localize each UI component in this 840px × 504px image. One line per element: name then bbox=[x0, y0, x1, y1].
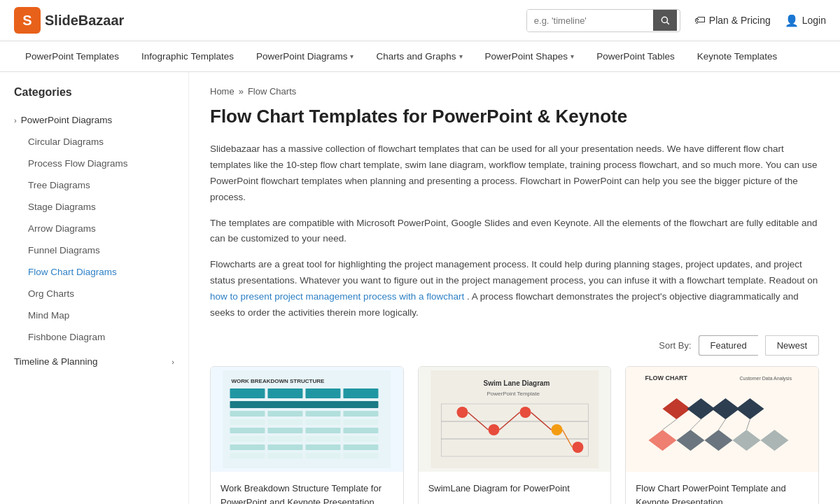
sidebar-subitem-process-flow[interactable]: Process Flow Diagrams bbox=[0, 153, 188, 174]
sidebar: Categories › PowerPoint Diagrams Circula… bbox=[0, 72, 189, 504]
svg-rect-30 bbox=[267, 453, 302, 458]
svg-text:WORK BREAKDOWN STRUCTURE: WORK BREAKDOWN STRUCTURE bbox=[231, 378, 325, 384]
svg-rect-31 bbox=[305, 453, 340, 458]
svg-rect-26 bbox=[267, 444, 302, 450]
description-3-link[interactable]: how to present project management proces… bbox=[210, 291, 464, 302]
svg-point-41 bbox=[519, 407, 531, 418]
svg-text:FLOW CHART: FLOW CHART bbox=[645, 374, 688, 382]
search-icon bbox=[660, 15, 670, 25]
svg-rect-25 bbox=[230, 444, 265, 450]
sidebar-subitem-mindmap[interactable]: Mind Map bbox=[0, 304, 188, 326]
flowchart-illustration: FLOW CHART Customer Data Analysis bbox=[631, 370, 813, 468]
description-2: The templates are compatible with Micros… bbox=[210, 216, 819, 248]
card-2-title: SwimLane Diagram for PowerPoint bbox=[428, 482, 601, 496]
chevron-down-icon: ▾ bbox=[350, 52, 354, 60]
card-3-body: Flow Chart PowerPoint Template and Keyno… bbox=[626, 472, 818, 504]
svg-rect-29 bbox=[230, 453, 265, 458]
card-1[interactable]: WORK BREAKDOWN STRUCTURE bbox=[210, 366, 404, 504]
search-input[interactable] bbox=[527, 10, 653, 31]
svg-point-43 bbox=[572, 442, 583, 453]
person-icon: 👤 bbox=[785, 14, 799, 27]
logo[interactable]: S SlideBazaar bbox=[14, 7, 124, 34]
header-nav: 🏷 Plan & Pricing 👤 Login bbox=[694, 14, 826, 27]
svg-rect-10 bbox=[267, 411, 302, 416]
svg-line-1 bbox=[666, 22, 668, 24]
cards-grid: WORK BREAKDOWN STRUCTURE bbox=[210, 366, 819, 504]
svg-rect-9 bbox=[230, 411, 265, 416]
nav-powerpoint-templates[interactable]: PowerPoint Templates bbox=[14, 41, 130, 71]
tag-icon: 🏷 bbox=[694, 14, 706, 27]
card-2-body: SwimLane Diagram for PowerPoint bbox=[419, 472, 611, 504]
svg-rect-7 bbox=[343, 388, 378, 398]
logo-text: SlideBazaar bbox=[45, 13, 124, 29]
svg-rect-48 bbox=[638, 370, 806, 468]
sort-featured-button[interactable]: Featured bbox=[699, 335, 758, 356]
nav-charts-graphs[interactable]: Charts and Graphs ▾ bbox=[365, 41, 473, 71]
chevron-down-icon: ▾ bbox=[459, 52, 463, 60]
card-2[interactable]: Swim Lane Diagram PowerPoint Template bbox=[418, 366, 612, 504]
nav-powerpoint-tables[interactable]: PowerPoint Tables bbox=[585, 41, 686, 71]
chevron-down-icon: ▾ bbox=[570, 52, 574, 60]
card-2-image: Swim Lane Diagram PowerPoint Template bbox=[419, 367, 611, 472]
svg-rect-4 bbox=[230, 388, 265, 398]
page-title: Flow Chart Templates for PowerPoint & Ke… bbox=[210, 105, 819, 129]
header: S SlideBazaar 🏷 Plan & Pricing 👤 Login bbox=[0, 0, 840, 41]
svg-rect-32 bbox=[343, 453, 378, 458]
logo-icon: S bbox=[14, 7, 41, 34]
svg-rect-17 bbox=[230, 428, 265, 433]
login-link[interactable]: 👤 Login bbox=[785, 14, 826, 27]
svg-rect-14 bbox=[267, 419, 302, 425]
svg-rect-13 bbox=[230, 419, 265, 425]
sidebar-subitem-stage[interactable]: Stage Diagrams bbox=[0, 196, 188, 218]
svg-rect-24 bbox=[343, 436, 378, 442]
nav-powerpoint-shapes[interactable]: PowerPoint Shapes ▾ bbox=[474, 41, 586, 71]
chevron-right-icon: › bbox=[14, 116, 17, 125]
card-3-image: FLOW CHART Customer Data Analysis bbox=[626, 367, 818, 472]
description-3: Flowcharts are a great tool for highligh… bbox=[210, 257, 819, 321]
sidebar-title: Categories bbox=[0, 86, 188, 109]
sort-bar: Sort By: Featured Newest bbox=[210, 335, 819, 356]
breadcrumb-home[interactable]: Home bbox=[210, 86, 234, 97]
sort-label: Sort By: bbox=[659, 340, 691, 351]
sidebar-subitem-arrow[interactable]: Arrow Diagrams bbox=[0, 218, 188, 239]
wbs-illustration: WORK BREAKDOWN STRUCTURE bbox=[216, 370, 398, 468]
svg-rect-23 bbox=[305, 436, 340, 442]
svg-rect-12 bbox=[343, 411, 378, 416]
sidebar-subitem-org[interactable]: Org Charts bbox=[0, 283, 188, 304]
svg-rect-27 bbox=[305, 444, 340, 450]
nav-infographic-templates[interactable]: Infographic Templates bbox=[130, 41, 245, 71]
main-layout: Categories › PowerPoint Diagrams Circula… bbox=[0, 72, 840, 504]
sort-newest-button[interactable]: Newest bbox=[765, 335, 819, 356]
chevron-right-icon: › bbox=[172, 358, 174, 366]
description-3-pre: Flowcharts are a great tool for highligh… bbox=[210, 259, 818, 286]
sidebar-subitem-circular[interactable]: Circular Diagrams bbox=[0, 131, 188, 153]
sidebar-item-powerpoint-diagrams[interactable]: › PowerPoint Diagrams bbox=[0, 109, 188, 131]
nav-powerpoint-diagrams[interactable]: PowerPoint Diagrams ▾ bbox=[245, 41, 365, 71]
svg-rect-8 bbox=[230, 401, 378, 408]
card-3[interactable]: FLOW CHART Customer Data Analysis bbox=[625, 366, 819, 504]
svg-rect-16 bbox=[343, 419, 378, 425]
main-navbar: PowerPoint Templates Infographic Templat… bbox=[0, 41, 840, 72]
svg-text:Swim Lane Diagram: Swim Lane Diagram bbox=[483, 379, 550, 387]
svg-rect-21 bbox=[230, 436, 265, 442]
svg-point-42 bbox=[551, 424, 562, 435]
svg-point-39 bbox=[456, 407, 468, 418]
plan-pricing-link[interactable]: 🏷 Plan & Pricing bbox=[694, 14, 771, 27]
main-content: Home » Flow Charts Flow Chart Templates … bbox=[189, 72, 840, 504]
card-3-title: Flow Chart PowerPoint Template and Keyno… bbox=[636, 482, 808, 504]
svg-point-0 bbox=[662, 17, 667, 22]
nav-keynote-templates[interactable]: Keynote Templates bbox=[686, 41, 789, 71]
sidebar-subitem-fishbone[interactable]: Fishbone Diagram bbox=[0, 326, 188, 348]
description-1: Slidebazaar has a massive collection of … bbox=[210, 141, 819, 206]
card-1-image: WORK BREAKDOWN STRUCTURE bbox=[211, 367, 403, 472]
svg-rect-22 bbox=[267, 436, 302, 442]
search-button[interactable] bbox=[653, 10, 677, 31]
card-1-title: Work Breakdown Structure Template for Po… bbox=[220, 482, 393, 504]
sidebar-subitem-flowchart[interactable]: Flow Chart Diagrams bbox=[0, 261, 188, 283]
svg-rect-11 bbox=[305, 411, 340, 416]
sidebar-subitem-funnel[interactable]: Funnel Diagrams bbox=[0, 239, 188, 261]
sidebar-subitem-tree[interactable]: Tree Diagrams bbox=[0, 174, 188, 196]
sidebar-item-timeline[interactable]: Timeline & Planning › bbox=[0, 351, 188, 372]
swimlane-illustration: Swim Lane Diagram PowerPoint Template bbox=[424, 370, 606, 468]
card-1-body: Work Breakdown Structure Template for Po… bbox=[211, 472, 403, 504]
